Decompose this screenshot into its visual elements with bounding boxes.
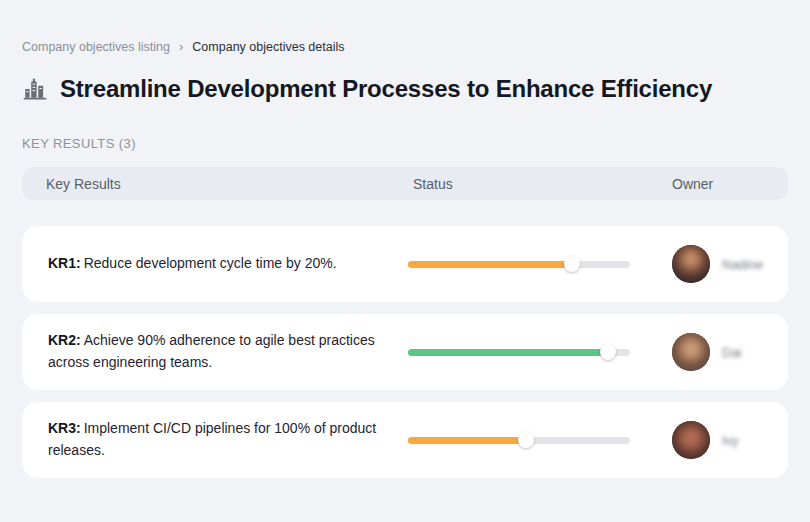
progress-slider[interactable] [408, 344, 630, 360]
progress-slider[interactable] [408, 256, 630, 272]
slider-thumb[interactable] [564, 256, 580, 272]
key-result-description: Achieve 90% adherence to agile best prac… [48, 332, 375, 370]
slider-thumb[interactable] [600, 344, 616, 360]
breadcrumb: Company objectives listing › Company obj… [22, 40, 788, 54]
owner-cell: Ivy [655, 421, 788, 459]
page-title: Streamline Development Processes to Enha… [60, 75, 712, 103]
breadcrumb-link-objectives-listing[interactable]: Company objectives listing [22, 40, 170, 54]
buildings-icon [22, 76, 48, 102]
column-header-status: Status [408, 176, 655, 192]
owner-name: Dai [722, 345, 742, 360]
owner-avatar [672, 245, 710, 283]
chevron-right-icon: › [179, 40, 183, 53]
key-result-text: KR2:Achieve 90% adherence to agile best … [22, 316, 408, 387]
slider-track [408, 437, 630, 444]
key-result-row-kr3[interactable]: KR3:Implement CI/CD pipelines for 100% o… [22, 402, 788, 478]
key-result-row-kr2[interactable]: KR2:Achieve 90% adherence to agile best … [22, 314, 788, 390]
key-result-label: KR1: [48, 255, 81, 271]
progress-slider[interactable] [408, 432, 630, 448]
owner-cell: Dai [655, 333, 788, 371]
key-result-description: Implement CI/CD pipelines for 100% of pr… [48, 420, 376, 458]
title-row: Streamline Development Processes to Enha… [22, 75, 788, 103]
slider-track [408, 261, 630, 268]
column-header-owner: Owner [655, 176, 788, 192]
column-header-key-results: Key Results [22, 176, 408, 192]
breadcrumb-current-objectives-details: Company objectives details [192, 40, 344, 54]
key-result-row-kr1[interactable]: KR1:Reduce development cycle time by 20%… [22, 226, 788, 302]
slider-thumb[interactable] [518, 432, 534, 448]
owner-name: Ivy [722, 433, 739, 448]
key-result-text: KR3:Implement CI/CD pipelines for 100% o… [22, 404, 408, 475]
owner-cell: Nadine [655, 245, 788, 283]
owner-avatar [672, 333, 710, 371]
owner-name: Nadine [722, 257, 763, 272]
status-cell [408, 344, 655, 360]
slider-fill [408, 349, 608, 356]
objective-details-page: Company objectives listing › Company obj… [0, 0, 810, 478]
slider-fill [408, 437, 526, 444]
table-header: Key Results Status Owner [22, 167, 788, 200]
slider-track [408, 349, 630, 356]
key-results-list: KR1:Reduce development cycle time by 20%… [22, 226, 788, 478]
status-cell [408, 256, 655, 272]
key-result-text: KR1:Reduce development cycle time by 20%… [22, 239, 408, 289]
status-cell [408, 432, 655, 448]
slider-fill [408, 261, 572, 268]
owner-avatar [672, 421, 710, 459]
key-results-section-label: KEY RESULTS (3) [22, 136, 788, 151]
key-result-label: KR3: [48, 420, 81, 436]
key-result-label: KR2: [48, 332, 81, 348]
key-result-description: Reduce development cycle time by 20%. [84, 255, 337, 271]
